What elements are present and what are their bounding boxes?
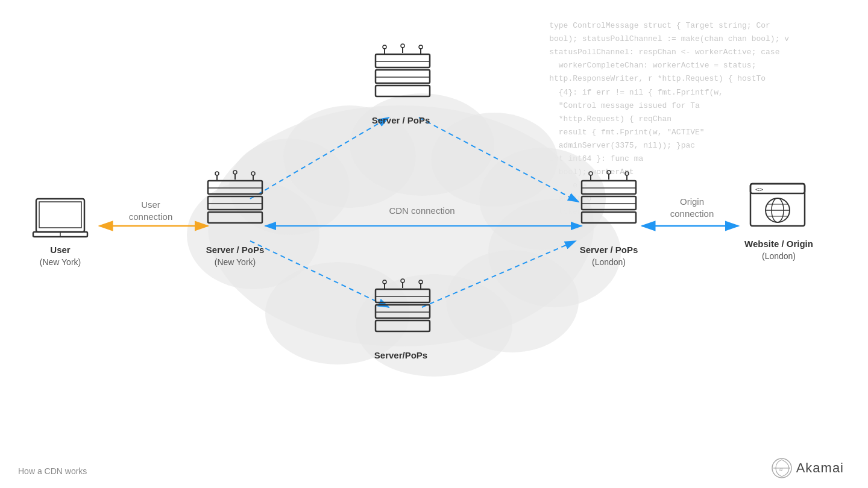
akamai-logo-icon: a xyxy=(771,457,793,479)
origin-connection-label2: connection xyxy=(670,208,714,219)
user-connection-label2: connection xyxy=(129,211,173,222)
origin-connection-label1: Origin xyxy=(680,196,704,207)
website-label: Website / Origin xyxy=(744,239,813,249)
server-ny-sublabel: (New York) xyxy=(215,257,256,267)
website-icon: <> xyxy=(750,184,805,226)
user-icon xyxy=(33,199,87,237)
server-ny-label: Server / PoPs xyxy=(206,245,265,255)
server-top-icon xyxy=(376,44,430,96)
svg-rect-24 xyxy=(39,202,81,228)
akamai-logo-text: Akamai xyxy=(796,460,844,476)
server-london-label: Server / PoPs xyxy=(580,245,638,255)
user-label: User xyxy=(50,245,71,255)
akamai-logo: a Akamai xyxy=(771,457,844,479)
server-london-sublabel: (London) xyxy=(592,257,626,267)
website-sublabel: (London) xyxy=(762,251,796,261)
svg-rect-46 xyxy=(376,70,430,83)
svg-text:<>: <> xyxy=(755,186,764,193)
user-connection-label1: User xyxy=(141,199,160,210)
svg-rect-23 xyxy=(36,199,84,232)
svg-text:a: a xyxy=(779,465,783,472)
cdn-connection-label: CDN connection xyxy=(389,205,454,216)
svg-rect-44 xyxy=(376,54,430,67)
user-sublabel: (New York) xyxy=(40,257,81,267)
caption-text: How a CDN works xyxy=(18,466,87,476)
diagram-svg: <> User (New York) Server / PoPs (New Yo… xyxy=(0,0,868,488)
server-bottom-label: Server/PoPs xyxy=(374,350,427,360)
svg-point-10 xyxy=(265,262,410,364)
server-top-label: Server / PoPs xyxy=(372,115,430,125)
caption: How a CDN works xyxy=(18,466,87,476)
